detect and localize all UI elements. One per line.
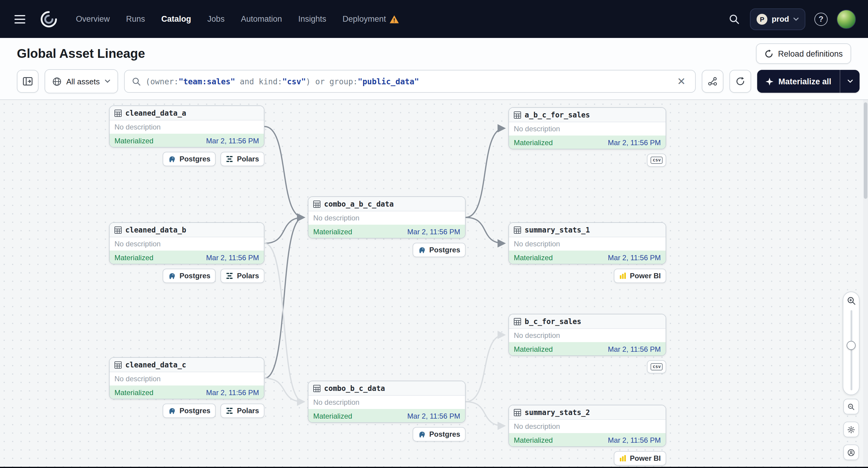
asset-node-header[interactable]: b_c_for_sales xyxy=(509,314,665,329)
materialized-status: Materialized xyxy=(313,227,352,236)
nav-item-insights[interactable]: Insights xyxy=(298,14,326,24)
zoom-slider-track[interactable] xyxy=(850,310,852,390)
asset-description: No description xyxy=(308,396,465,409)
asset-node-header[interactable]: cleaned_data_a xyxy=(110,106,264,121)
asset-status-row: MaterializedMar 2, 11:56 PM xyxy=(509,433,665,447)
graph-settings-button[interactable] xyxy=(843,422,859,437)
asset-node-summary_stats_2[interactable]: summary_stats_2No descriptionMaterialize… xyxy=(508,405,666,447)
table-icon xyxy=(115,109,122,117)
asset-node-header[interactable]: summary_stats_1 xyxy=(509,223,665,237)
canvas-scrollbar[interactable] xyxy=(863,100,868,468)
asset-node-header[interactable]: a_b_c_for_sales xyxy=(509,108,665,122)
kind-tag-postgres[interactable]: Postgres xyxy=(163,152,216,166)
tag-label: Power BI xyxy=(630,272,661,280)
materialize-options-button[interactable] xyxy=(840,70,860,93)
canvas-scrollbar-thumb[interactable] xyxy=(864,102,867,199)
kind-tag-postgres[interactable]: Postgres xyxy=(163,269,216,283)
asset-node-combo_a_b_c_data[interactable]: combo_a_b_c_dataNo descriptionMaterializ… xyxy=(308,196,466,239)
kind-tag-postgres[interactable]: Postgres xyxy=(412,243,466,257)
kind-tag-csv[interactable]: csv xyxy=(647,360,666,373)
nav-item-catalog[interactable]: Catalog xyxy=(161,14,191,24)
zoom-in-button[interactable] xyxy=(847,297,856,305)
asset-name: summary_stats_1 xyxy=(525,225,590,234)
nav-item-deployment-label: Deployment xyxy=(342,14,386,24)
asset-node-a_b_c_for_sales[interactable]: a_b_c_for_salesNo descriptionMaterialize… xyxy=(508,107,666,149)
dagster-logo[interactable] xyxy=(38,9,59,29)
deployment-switcher[interactable]: P prod xyxy=(750,8,805,30)
table-icon xyxy=(115,361,122,368)
kind-tag-postgres[interactable]: Postgres xyxy=(412,427,466,441)
help-button[interactable]: ? xyxy=(814,12,828,26)
materialization-timestamp[interactable]: Mar 2, 11:56 PM xyxy=(407,227,460,236)
table-icon xyxy=(514,226,521,233)
asset-status-row: MaterializedMar 2, 11:56 PM xyxy=(110,134,264,148)
asset-node-header[interactable]: cleaned_data_b xyxy=(110,223,264,237)
user-avatar[interactable] xyxy=(837,9,856,29)
lineage-edge xyxy=(466,335,504,402)
asset-node-b_c_for_sales[interactable]: b_c_for_salesNo descriptionMaterializedM… xyxy=(508,314,666,356)
asset-status-row: MaterializedMar 2, 11:56 PM xyxy=(110,251,264,264)
nav-item-overview[interactable]: Overview xyxy=(76,14,110,24)
close-icon: ✕ xyxy=(677,75,686,87)
asset-kind-tags: PostgresPolars xyxy=(109,269,265,283)
kind-tag-polars[interactable]: Polars xyxy=(221,269,265,283)
materialization-timestamp[interactable]: Mar 2, 11:56 PM xyxy=(407,412,460,420)
clear-query-button[interactable]: ✕ xyxy=(675,75,688,88)
materialize-all-button[interactable]: Materialize all xyxy=(757,70,840,93)
zoom-slider-thumb[interactable] xyxy=(847,341,856,350)
asset-name: combo_b_c_data xyxy=(324,384,385,393)
open-side-panel-button[interactable] xyxy=(17,70,38,93)
search-button[interactable] xyxy=(727,12,741,26)
graph-filter-button[interactable] xyxy=(702,70,723,93)
asset-name: cleaned_data_a xyxy=(125,109,186,117)
nav-item-deployment[interactable]: Deployment xyxy=(342,14,399,24)
powerbi-icon xyxy=(619,272,626,279)
lineage-canvas[interactable]: cleaned_data_aNo descriptionMaterialized… xyxy=(0,100,868,468)
deployment-name: prod xyxy=(772,14,789,24)
asset-kind-tags: Power BI xyxy=(508,269,666,283)
materialized-status: Materialized xyxy=(514,253,553,262)
materialization-timestamp[interactable]: Mar 2, 11:56 PM xyxy=(206,388,259,397)
nav-item-automation[interactable]: Automation xyxy=(241,14,282,24)
asset-query-input[interactable]: (owner:"team:sales" and kind:"csv") or g… xyxy=(124,70,696,93)
hamburger-menu-button[interactable] xyxy=(12,10,30,28)
asset-status-row: MaterializedMar 2, 11:56 PM xyxy=(308,225,465,239)
asset-node-combo_b_c_data[interactable]: combo_b_c_dataNo descriptionMaterialized… xyxy=(308,381,466,423)
asset-node-cleaned_data_c[interactable]: cleaned_data_cNo descriptionMaterialized… xyxy=(109,357,265,399)
asset-node-header[interactable]: combo_b_c_data xyxy=(308,381,465,396)
asset-node-cleaned_data_b[interactable]: cleaned_data_bNo descriptionMaterialized… xyxy=(109,222,265,264)
recenter-view-button[interactable] xyxy=(843,444,859,460)
table-icon xyxy=(514,111,521,118)
powerbi-icon xyxy=(619,455,626,462)
asset-status-row: MaterializedMar 2, 11:56 PM xyxy=(509,342,665,356)
asset-node-header[interactable]: combo_a_b_c_data xyxy=(308,197,465,211)
asset-node-header[interactable]: cleaned_data_c xyxy=(110,358,264,372)
kind-tag-polars[interactable]: Polars xyxy=(221,152,265,166)
kind-tag-power-bi[interactable]: Power BI xyxy=(614,269,666,283)
materialization-timestamp[interactable]: Mar 2, 11:56 PM xyxy=(206,136,259,145)
materialization-timestamp[interactable]: Mar 2, 11:56 PM xyxy=(608,345,661,353)
postgres-icon xyxy=(418,246,426,254)
asset-status-row: MaterializedMar 2, 11:56 PM xyxy=(110,385,264,399)
nav-item-jobs[interactable]: Jobs xyxy=(208,14,225,24)
materialized-status: Materialized xyxy=(514,345,553,353)
tag-label: Postgres xyxy=(429,246,460,254)
materialization-timestamp[interactable]: Mar 2, 11:56 PM xyxy=(608,253,661,262)
materialized-status: Materialized xyxy=(313,412,352,420)
nav-item-runs[interactable]: Runs xyxy=(126,14,145,24)
asset-scope-dropdown[interactable]: All assets xyxy=(44,69,118,93)
reload-definitions-button[interactable]: Reload definitions xyxy=(756,43,851,64)
kind-tag-csv[interactable]: csv xyxy=(647,154,666,167)
refresh-button[interactable] xyxy=(730,70,751,93)
kind-tag-power-bi[interactable]: Power BI xyxy=(614,451,666,466)
materialization-timestamp[interactable]: Mar 2, 11:56 PM xyxy=(206,253,259,262)
kind-tag-postgres[interactable]: Postgres xyxy=(163,404,216,418)
asset-node-header[interactable]: summary_stats_2 xyxy=(509,405,665,420)
asset-kind-tags: csv xyxy=(508,360,666,373)
asset-node-cleaned_data_a[interactable]: cleaned_data_aNo descriptionMaterialized… xyxy=(109,105,265,148)
zoom-out-button[interactable] xyxy=(843,399,859,414)
kind-tag-polars[interactable]: Polars xyxy=(221,404,265,418)
asset-node-summary_stats_1[interactable]: summary_stats_1No descriptionMaterialize… xyxy=(508,222,666,264)
materialization-timestamp[interactable]: Mar 2, 11:56 PM xyxy=(608,138,661,147)
materialization-timestamp[interactable]: Mar 2, 11:56 PM xyxy=(608,436,661,444)
